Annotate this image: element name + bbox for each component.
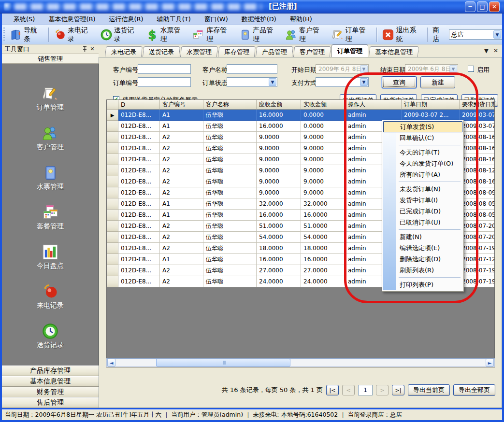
menu-item-2[interactable]: 运行信息(R) xyxy=(102,14,150,25)
order-status-arrow-icon[interactable]: ▼ xyxy=(269,78,276,86)
toolbar-button-送货记录[interactable]: 送货记录 xyxy=(97,25,144,44)
pin-icon[interactable] xyxy=(81,45,88,53)
context-menu-item-未发货订单(N)[interactable]: 未发货订单(N) xyxy=(383,183,462,195)
end-date-picker[interactable]: 2009年 6月 8日 ▼ xyxy=(405,64,458,74)
sidebar-item-套餐管理[interactable]: 套餐管理 xyxy=(37,204,64,231)
sidebar-item-送货记录[interactable]: 送货记录 xyxy=(37,323,64,350)
tab-送货记录[interactable]: 送货记录 xyxy=(143,46,180,57)
sidebar-close-icon[interactable]: ✕ xyxy=(88,45,96,53)
minimize-button[interactable]: ─ xyxy=(465,1,475,12)
context-menu-item-编辑选定项(E)[interactable]: 编辑选定项(E) xyxy=(383,242,462,253)
sidebar-item-订单管理[interactable]: 订单管理 xyxy=(37,85,64,112)
menu-item-6[interactable]: 帮助(H) xyxy=(283,14,319,25)
context-menu-item-发货中订单(I)[interactable]: 发货中订单(I) xyxy=(383,195,462,206)
pay-method-arrow-icon[interactable]: ▼ xyxy=(360,78,368,86)
svg-text:$: $ xyxy=(148,28,157,41)
pay-method-select[interactable]: ▼ xyxy=(316,77,369,87)
enable-checkbox[interactable] xyxy=(468,66,474,72)
store-dropdown-arrow-icon[interactable]: ▼ xyxy=(493,30,501,39)
table-cell: 51.0000 xyxy=(257,221,301,232)
prev-page-button[interactable]: < xyxy=(342,385,355,395)
next-page-button[interactable]: > xyxy=(376,385,389,395)
tab-来电记录[interactable]: 来电记录 xyxy=(105,46,143,57)
order-no-input[interactable] xyxy=(138,77,191,87)
table-cell: A1 xyxy=(160,198,203,210)
export-current-page-button[interactable]: 导出当前页 xyxy=(408,384,450,396)
sidebar-category-产品库存管理[interactable]: 产品库存管理 xyxy=(2,366,99,376)
sidebar-item-客户管理[interactable]: 客户管理 xyxy=(37,125,64,152)
context-menu-item-删除选定项(D)[interactable]: 删除选定项(D) xyxy=(383,253,462,265)
close-button[interactable]: ✕ xyxy=(489,1,500,12)
customer-icon xyxy=(285,28,298,41)
menu-item-1[interactable]: 基本信息管理(B) xyxy=(42,14,102,25)
menu-item-3[interactable]: 辅助工具(T) xyxy=(150,14,198,25)
sidebar-item-今日盘点[interactable]: 今日盘点 xyxy=(37,243,64,270)
tab-客户管理[interactable]: 客户管理 xyxy=(293,46,331,57)
toolbar-grip[interactable] xyxy=(3,28,5,42)
menu-item-0[interactable]: 系统(S) xyxy=(7,14,42,25)
page-number-input[interactable]: 1 xyxy=(358,385,373,395)
customer-name-input[interactable] xyxy=(227,64,277,74)
toolbar-button-来电记录[interactable]: 来电记录 xyxy=(51,25,97,44)
context-menu-item-新建(N)[interactable]: 新建(N) xyxy=(383,231,462,242)
table-row[interactable]: ▶012D-E8...A1伍华聪16.00000.0000admin2009-0… xyxy=(107,110,494,121)
tab-产品管理[interactable]: 产品管理 xyxy=(256,46,293,57)
context-menu-item-订单发货(S)[interactable]: 订单发货(S) xyxy=(383,121,462,132)
sidebar-item-水票管理[interactable]: 水票管理 xyxy=(37,164,64,191)
toolbar-button-库存管理[interactable]: 库存管理 xyxy=(189,25,236,44)
scroll-left-icon[interactable]: ◄ xyxy=(107,359,115,366)
sidebar-category-售后管理[interactable]: 售后管理 xyxy=(2,397,99,408)
menu-item-4[interactable]: 窗口(W) xyxy=(198,14,235,25)
tab-水票管理[interactable]: 水票管理 xyxy=(180,46,218,57)
context-menu-item-今天的订单(T)[interactable]: 今天的订单(T) xyxy=(383,147,462,158)
start-date-picker[interactable]: 2009年 6月 8日 ▼ xyxy=(316,64,369,74)
sidebar-item-来电记录[interactable]: 来电记录 xyxy=(37,283,64,310)
column-header-订单日期[interactable]: 订单日期 xyxy=(402,100,460,110)
table-cell: 伍华聪 xyxy=(203,165,257,176)
context-menu-item-所有的订单(A)[interactable]: 所有的订单(A) xyxy=(383,169,462,180)
new-button[interactable]: 新建 xyxy=(420,76,455,88)
tab-基本信息管理[interactable]: 基本信息管理 xyxy=(369,46,419,57)
query-button[interactable]: 查询 xyxy=(382,76,417,88)
column-header-客户名称[interactable]: 客户名称 xyxy=(203,100,257,110)
toolbar-button-客户管理[interactable]: 客户管理 xyxy=(282,25,329,44)
sidebar-category-基本信息管理[interactable]: 基本信息管理 xyxy=(2,376,99,387)
table-cell: 18.0000 xyxy=(301,243,346,254)
first-page-button[interactable]: |< xyxy=(326,385,339,395)
column-header-要求到货日期[interactable]: 要求到货日期 xyxy=(460,100,495,110)
customer-no-input[interactable] xyxy=(138,64,191,74)
start-date-arrow-icon[interactable]: ▼ xyxy=(360,65,368,73)
sidebar-category-财务管理[interactable]: 财务管理 xyxy=(2,387,99,397)
context-menu-item-今天的发货订单(O)[interactable]: 今天的发货订单(O) xyxy=(383,158,462,169)
toolbar-button-退出系统[interactable]: 退出系统 xyxy=(379,25,425,44)
sidebar-category-sales[interactable]: 销售管理 xyxy=(2,54,99,64)
horizontal-scrollbar[interactable]: ◄ ► xyxy=(106,358,495,367)
tab-dropdown-icon[interactable]: ▼ xyxy=(484,47,489,54)
context-menu-item-已取消订单(U)[interactable]: 已取消订单(U) xyxy=(383,217,462,228)
last-page-button[interactable]: >| xyxy=(392,385,404,395)
order-status-select[interactable]: ▼ xyxy=(227,77,277,87)
context-menu-item-打印列表(P)[interactable]: 打印列表(P) xyxy=(383,279,462,290)
toolbar-button-导航条[interactable]: 导航条 xyxy=(7,25,46,44)
toolbar-button-订单管理[interactable]: 订单管理 xyxy=(329,25,375,44)
end-date-arrow-icon[interactable]: ▼ xyxy=(449,65,457,73)
maximize-button[interactable]: □ xyxy=(477,1,488,12)
context-menu-item-刷新列表(R)[interactable]: 刷新列表(R) xyxy=(383,265,462,276)
scrollbar-thumb[interactable] xyxy=(156,359,290,366)
tab-库存管理[interactable]: 库存管理 xyxy=(218,46,256,57)
column-header-实收金额[interactable]: 实收金额 xyxy=(301,100,346,110)
tab-订单管理[interactable]: 订单管理 xyxy=(331,44,368,57)
scroll-right-icon[interactable]: ► xyxy=(486,359,494,366)
column-header-D[interactable]: D xyxy=(118,100,160,110)
export-all-pages-button[interactable]: 导出全部页 xyxy=(453,384,495,396)
column-header-客户编号[interactable]: 客户编号 xyxy=(160,100,203,110)
tab-close-icon[interactable]: ✕ xyxy=(493,47,498,54)
column-header-应收金额[interactable]: 应收金额 xyxy=(257,100,301,110)
context-menu-item-已完成订单(D)[interactable]: 已完成订单(D) xyxy=(383,206,462,217)
toolbar-button-产品管理[interactable]: 产品管理 xyxy=(236,25,282,44)
column-header-操作人[interactable]: 操作人 xyxy=(346,100,402,110)
store-select[interactable]: 总店▼ xyxy=(449,29,502,40)
toolbar-button-水票管理[interactable]: $水票管理 xyxy=(143,25,189,44)
context-menu-item-回单确认(C)[interactable]: 回单确认(C) xyxy=(383,132,462,143)
menu-item-5[interactable]: 数据维护(D) xyxy=(235,14,283,25)
